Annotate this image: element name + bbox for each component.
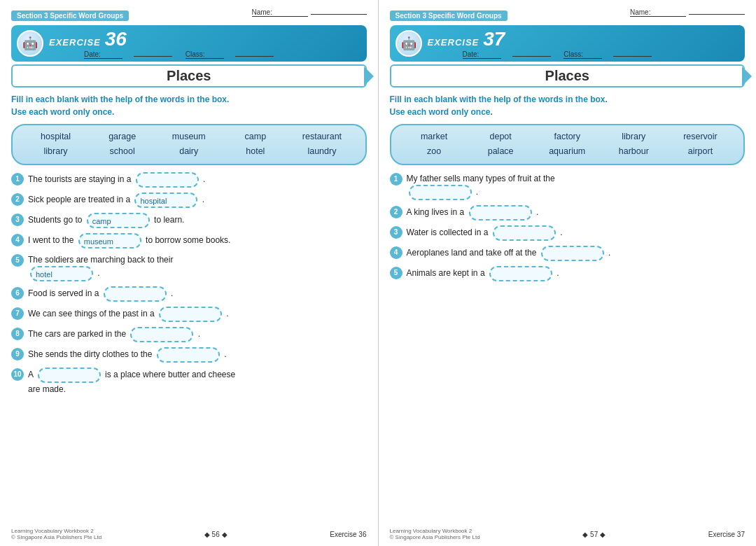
section-badge-left: Section 3 Specific Word Groups <box>11 8 129 24</box>
page-num-left: ◆ 56 ◆ <box>204 531 227 538</box>
question-left-3: 3 Students go to camp to learn. <box>11 213 367 228</box>
question-right-1: 1 My father sells many types of fruit at… <box>390 172 746 200</box>
question-left-6: 6 Food is served in a . <box>11 286 367 302</box>
answer-left-6[interactable] <box>104 286 167 302</box>
answer-left-3[interactable]: camp <box>87 213 150 228</box>
instruction-left: Fill in each blank with the help of the … <box>11 93 367 118</box>
answer-right-5[interactable] <box>489 266 552 281</box>
answer-right-4[interactable] <box>541 246 604 261</box>
question-left-10: 10 A is a place where butter and cheese … <box>11 368 367 396</box>
questions-left: 1 The tourists are staying in a . 2 Sick… <box>11 172 367 396</box>
name-line-right: Name: <box>627 8 745 17</box>
question-left-9: 9 She sends the dirty clothes to the . <box>11 347 367 363</box>
answer-right-1[interactable] <box>409 185 472 200</box>
questions-right: 1 My father sells many types of fruit at… <box>390 172 746 281</box>
robot-icon-right: 🤖 <box>396 30 422 57</box>
page-num-right: ◆ 57 ◆ <box>582 531 606 538</box>
answer-left-10[interactable] <box>38 368 101 383</box>
answer-left-2[interactable]: hospital <box>134 192 197 208</box>
word-box-content-left: hospital garage museum camp restaurant l… <box>22 130 356 160</box>
word-box-right: market depot factory library reservoir z… <box>390 124 746 165</box>
question-left-8: 8 The cars are parked in the . <box>11 327 367 342</box>
answer-left-8[interactable] <box>130 327 193 342</box>
question-right-3: 3 Water is collected in a . <box>390 225 746 241</box>
footer-left: Learning Vocabulary Workbook 2 © Singapo… <box>0 528 378 540</box>
exercise-num-right: 37 <box>483 28 505 50</box>
exercise-ref-left: Exercise 36 <box>330 531 366 538</box>
question-right-5: 5 Animals are kept in a . <box>390 266 746 281</box>
date-class-right: Date: Class: <box>460 50 661 59</box>
question-left-4: 4 I went to the museum to borrow some bo… <box>11 233 367 248</box>
footer-right: Learning Vocabulary Workbook 2 © Singapo… <box>379 528 757 540</box>
instruction-right: Fill in each blank with the help of the … <box>390 93 746 118</box>
answer-left-7[interactable] <box>159 307 222 322</box>
exercise-ref-right: Exercise 37 <box>708 531 745 538</box>
question-right-4: 4 Aeroplanes land and take off at the . <box>390 246 746 261</box>
date-class-left: Date: Class: <box>81 50 282 59</box>
exercise-box-right: 🤖 EXERCISE 37 Date: Class: <box>390 25 746 62</box>
word-box-content-right: market depot factory library reservoir z… <box>401 130 734 160</box>
page-right: Section 3 Specific Word Groups Name: 🤖 E… <box>379 0 757 546</box>
answer-left-1[interactable] <box>136 172 199 188</box>
name-line-left: Name: <box>249 8 367 17</box>
answer-right-2[interactable] <box>469 205 532 220</box>
section-badge-right: Section 3 Specific Word Groups <box>390 8 507 24</box>
question-left-7: 7 We can see things of the past in a . <box>11 307 367 322</box>
exercise-label-right: EXERCISE <box>428 37 479 48</box>
question-right-2: 2 A king lives in a . <box>390 205 746 220</box>
page-left: Section 3 Specific Word Groups Name: 🤖 E… <box>0 0 379 546</box>
question-left-1: 1 The tourists are staying in a . <box>11 172 367 188</box>
exercise-num-left: 36 <box>105 28 127 50</box>
title-right: Places <box>390 64 746 88</box>
question-left-5: 5 The soldiers are marching back to thei… <box>11 253 367 281</box>
exercise-box-left: 🤖 EXERCISE 36 Date: Class: <box>11 25 367 62</box>
robot-icon-left: 🤖 <box>17 30 43 57</box>
answer-left-4[interactable]: museum <box>78 233 141 248</box>
title-arrow-right <box>742 66 752 86</box>
title-arrow-left <box>364 66 374 86</box>
question-left-2: 2 Sick people are treated in a hospital … <box>11 192 367 208</box>
answer-left-9[interactable] <box>157 347 220 363</box>
word-box-left: hospital garage museum camp restaurant l… <box>11 124 367 165</box>
answer-left-5[interactable]: hotel <box>30 266 93 281</box>
title-left: Places <box>11 64 367 88</box>
answer-right-3[interactable] <box>493 225 556 241</box>
exercise-label-left: EXERCISE <box>49 37 101 48</box>
